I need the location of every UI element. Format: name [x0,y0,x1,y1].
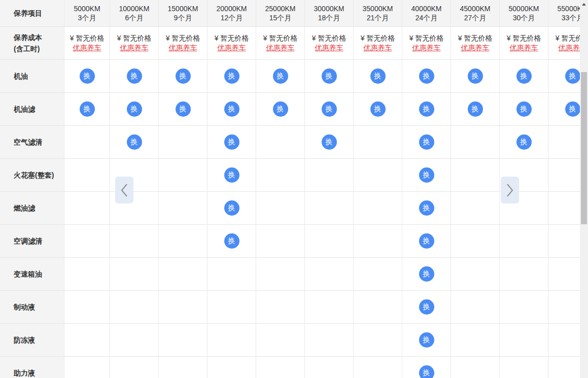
table-cell: 换 [305,93,354,126]
table-cell: 换 [354,60,402,93]
replace-button[interactable]: 换 [273,101,288,117]
cost-cell: ¥ 暂无价格优惠养车 [159,27,207,60]
replace-button[interactable]: 换 [322,68,337,84]
table-cell: 换 [402,126,451,159]
discount-link[interactable]: 优惠养车 [169,43,197,53]
discount-link[interactable]: 优惠养车 [73,43,101,53]
replace-button[interactable]: 换 [565,68,580,84]
table-cell: 换 [159,93,207,126]
table-cell: 换 [159,60,207,93]
table-cell [500,357,548,378]
replace-button[interactable]: 换 [419,233,434,249]
replace-button[interactable]: 换 [273,68,288,84]
replace-button[interactable]: 换 [224,233,239,249]
table-cell: 换 [402,60,451,93]
price-text: ¥ 暂无价格 [263,33,298,43]
replace-button[interactable]: 换 [322,134,337,150]
scrollbar-thumb[interactable] [581,72,587,224]
discount-link[interactable]: 优惠养车 [315,43,343,53]
table-cell [451,291,500,324]
replace-button[interactable]: 换 [322,101,337,117]
replace-button[interactable]: 换 [516,134,532,150]
table-cell [110,324,159,357]
replace-button[interactable]: 换 [419,299,434,315]
table-cell [305,291,354,324]
replace-button[interactable]: 换 [80,101,95,117]
row-label: 制动液 [0,291,64,324]
column-header-months: 6个月 [125,13,144,22]
replace-button[interactable]: 换 [516,101,532,117]
discount-link[interactable]: 优惠养车 [266,43,295,53]
replace-button[interactable]: 换 [80,68,95,84]
table-cell: 换 [207,225,256,258]
replace-button[interactable]: 换 [176,101,191,117]
replace-button[interactable]: 换 [176,68,191,84]
table-cell [305,357,354,378]
column-header-km: 25000KM [265,4,296,13]
replace-button[interactable]: 换 [419,101,434,117]
replace-button[interactable]: 换 [419,266,434,282]
discount-link[interactable]: 优惠养车 [510,43,538,53]
replace-button[interactable]: 换 [468,101,483,117]
replace-button[interactable]: 换 [419,167,434,183]
column-header-km: 10000KM [119,4,150,13]
replace-button[interactable]: 换 [565,101,580,117]
table-row: 空调滤清换换 [0,225,588,258]
table-cell: 换 [256,93,305,126]
maintenance-table: 保养项目5000KM3个月10000KM6个月15000KM9个月20000KM… [0,0,588,378]
replace-button[interactable]: 换 [127,101,142,117]
prev-columns-button[interactable] [115,177,133,203]
table-cell [207,258,256,291]
table-cell [64,126,110,159]
replace-button[interactable]: 换 [419,332,434,348]
replace-button[interactable]: 换 [370,101,386,117]
replace-button[interactable]: 换 [419,365,434,378]
vertical-scrollbar[interactable] [580,0,588,378]
column-header-km: 50000KM [509,4,539,13]
replace-button[interactable]: 换 [224,167,239,183]
replace-button[interactable]: 换 [224,134,239,150]
table-cell: 换 [207,60,256,93]
replace-button[interactable]: 换 [419,200,434,216]
replace-button[interactable]: 换 [224,101,239,117]
replace-button[interactable]: 换 [127,134,142,150]
table-cell [110,258,159,291]
replace-button[interactable]: 换 [224,68,239,84]
price-text: ¥ 暂无价格 [312,33,347,43]
table-cell: 换 [110,60,159,93]
discount-link[interactable]: 优惠养车 [461,43,490,53]
replace-button[interactable]: 换 [419,68,434,84]
triangle-up-icon [582,3,586,6]
discount-link[interactable]: 优惠养车 [120,43,149,53]
column-header: 35000KM21个月 [354,0,402,27]
replace-button[interactable]: 换 [127,68,142,84]
discount-link[interactable]: 优惠养车 [412,43,441,53]
scrollbar-up-button[interactable] [580,0,588,8]
table-cell [354,225,402,258]
table-cell: 换 [64,93,110,126]
cost-row-label: 保养成本(含工时) [0,27,64,60]
replace-button[interactable]: 换 [516,68,532,84]
cost-cell: ¥ 暂无价格优惠养车 [451,27,500,60]
table-cell [354,291,402,324]
table-header-row: 保养项目5000KM3个月10000KM6个月15000KM9个月20000KM… [0,0,588,27]
price-text: ¥ 暂无价格 [458,33,493,43]
replace-button[interactable]: 换 [468,68,483,84]
table-cell [305,225,354,258]
replace-button[interactable]: 换 [419,134,434,150]
table-row: 空气滤清换换换换换 [0,126,588,159]
discount-link[interactable]: 优惠养车 [364,43,392,53]
row-label: 机油滤 [0,93,64,126]
table-cell [500,258,548,291]
row-label: 助力液 [0,357,64,378]
table-cell: 换 [402,291,451,324]
next-columns-button[interactable] [501,177,519,203]
table-cell [354,126,402,159]
replace-button[interactable]: 换 [370,68,386,84]
replace-button[interactable]: 换 [224,200,239,216]
discount-link[interactable]: 优惠养车 [218,43,246,53]
column-header-km: 45000KM [460,4,491,13]
table-cell: 换 [402,225,451,258]
table-cell [256,357,305,378]
column-header-km: 5000KM [74,4,100,13]
